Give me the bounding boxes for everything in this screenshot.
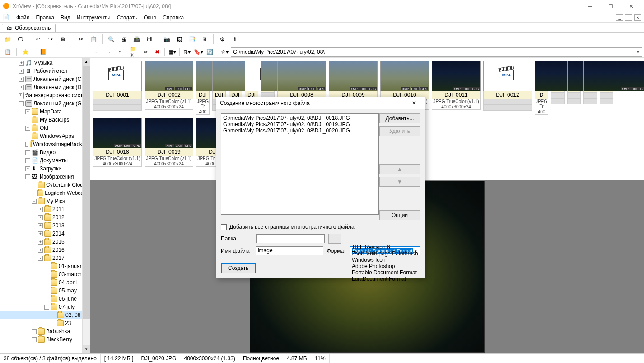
tree-item[interactable]: -🖼Изображения (0, 173, 90, 181)
compare-button[interactable]: 🗏 (199, 33, 210, 45)
search-button[interactable]: 🔍 (105, 33, 117, 45)
cut-button[interactable]: ✂ (75, 33, 87, 45)
batch-button[interactable]: 📑 (186, 33, 198, 45)
tree-item[interactable]: Logitech Webcam (0, 189, 90, 197)
tree-item[interactable]: +⬇Загрузки (0, 165, 90, 173)
menu-help[interactable]: Справка (163, 14, 184, 21)
menu-tools[interactable]: Инструменты (77, 14, 111, 21)
remove-button[interactable]: Удалить (379, 126, 420, 136)
copy-button[interactable]: 📋 (88, 33, 99, 45)
tree-item[interactable]: 23 (0, 319, 90, 327)
dialog-titlebar[interactable]: Создание многостраничного файла ✕ (216, 97, 425, 109)
menu-view[interactable]: Вид (61, 14, 70, 21)
delete-button[interactable]: ✖ (152, 47, 162, 57)
list-item[interactable]: G:\media\My Pics\2017\07-july\02, 08\DJI… (222, 127, 378, 134)
tree-item[interactable]: +2016 (0, 246, 90, 254)
thumbnail-item[interactable]: XMPEXIFGPS (583, 61, 597, 115)
back-button[interactable]: ← (92, 47, 102, 57)
menu-edit[interactable]: Правка (36, 14, 55, 21)
tree-copy-button[interactable]: 📋 (3, 47, 13, 57)
format-dropdown-list[interactable]: TIFF Revision 6Zsoft Multi-page Paintbru… (352, 244, 418, 282)
thumbnail-item[interactable]: XMPEXIFGPSDJI_0018JPEG TrueColor (v1.1)4… (93, 118, 142, 167)
menu-window[interactable]: Окно (144, 14, 156, 21)
tree-item[interactable]: +🎬Видео (0, 148, 90, 156)
dialog-close-button[interactable]: ✕ (407, 98, 421, 108)
add-all-pages-checkbox[interactable] (221, 224, 227, 230)
tree-item[interactable]: +🎵Музыка (0, 59, 90, 67)
tree-item[interactable]: +WindowsImageBackup (0, 140, 90, 148)
tree-item[interactable]: My Backups (0, 116, 90, 124)
tree-item[interactable]: +Old (0, 124, 90, 132)
format-option[interactable]: LuraDocument Format (352, 276, 418, 282)
fullscreen-button[interactable]: 🖵 (14, 33, 26, 45)
tab-browser[interactable]: 🗂 Обозреватель (2, 24, 56, 32)
tree-item[interactable]: +2013 (0, 222, 90, 230)
browse-button[interactable]: ... (328, 234, 341, 244)
thumbnail-item[interactable]: XMPEXIFGPS (551, 61, 565, 115)
tree-item[interactable]: +📄Документы (0, 156, 90, 165)
wallpaper-button[interactable]: 🖼 (173, 33, 185, 45)
settings-button[interactable]: ⚙ (216, 33, 228, 45)
view-mode-button[interactable]: ▦▾ (167, 47, 177, 57)
rename-button[interactable]: ✏ (141, 47, 151, 57)
tree-item[interactable]: 04-april (0, 278, 90, 287)
thumbnail-item[interactable]: MP4DJI_0012 (483, 61, 532, 115)
address-bar[interactable]: G:\media\My Pics\2017\07-july\02, 08\ ▼ (231, 47, 642, 57)
move-down-button[interactable]: ▼ (379, 177, 420, 187)
info-button[interactable]: ℹ (229, 33, 241, 45)
format-option[interactable]: TIFF Revision 6 (352, 244, 418, 250)
close-button[interactable]: ✕ (621, 1, 641, 12)
tree-item[interactable]: -2017 (0, 254, 90, 262)
convert-button[interactable]: 🗎 (57, 33, 69, 45)
filename-input[interactable]: image (256, 246, 323, 255)
open-button[interactable]: 📁 (2, 33, 14, 45)
file-listbox[interactable]: G:\media\My Pics\2017\07-july\02, 08\DJI… (221, 113, 379, 215)
create-button[interactable]: Создать (221, 263, 256, 273)
up-button[interactable]: ↑ (115, 47, 125, 57)
sort-button[interactable]: ⇅▾ (182, 47, 192, 57)
slides-button[interactable]: 🎞 (143, 33, 155, 45)
folder-tree[interactable]: +🎵Музыка+🖥Рабочий стол+Локальный диск (C… (0, 58, 90, 353)
thumbnail-item[interactable]: XMPEXIFGPS (600, 61, 613, 115)
refresh-button[interactable]: 🔄 (205, 47, 215, 57)
tree-item[interactable]: +2012 (0, 213, 90, 222)
scan-button[interactable]: 📠 (131, 33, 142, 45)
tree-item[interactable]: 05-may (0, 287, 90, 295)
tree-scrollbar[interactable]: ▲▼ (82, 58, 90, 353)
mdi-close[interactable]: × (634, 14, 641, 21)
filter-button[interactable]: 🔖▾ (193, 47, 203, 57)
rotate-cw-button[interactable]: ↷ (45, 33, 56, 45)
maximize-button[interactable]: ☐ (601, 1, 621, 12)
thumbnail-item[interactable]: MP4DJI_0001 (93, 61, 142, 115)
tree-item[interactable]: 02, 08 (0, 311, 90, 319)
tree-item[interactable]: WindowsApps (0, 132, 90, 140)
format-option[interactable]: Portable Document Format (352, 269, 418, 276)
menu-file[interactable]: Файл (16, 14, 30, 21)
tree-item[interactable]: 06-june (0, 295, 90, 303)
thumbnail-item[interactable]: XMPEXIFGPSDJI_0002JPEG TrueColor (v1.1)4… (145, 61, 193, 115)
menu-create[interactable]: Создать (117, 14, 138, 21)
tree-item[interactable]: +2014 (0, 230, 90, 238)
tree-item[interactable]: +2011 (0, 205, 90, 213)
rotate-ccw-button[interactable]: ↶ (32, 33, 44, 45)
favorite-button[interactable]: ⭐ (20, 47, 30, 57)
address-dropdown-icon[interactable]: ▼ (636, 50, 640, 54)
options-button[interactable]: Опции (379, 210, 420, 220)
tree-item[interactable]: +MapData (0, 108, 90, 116)
list-item[interactable]: G:\media\My Pics\2017\07-july\02, 08\DJI… (222, 121, 378, 127)
capture-button[interactable]: 📷 (161, 33, 173, 45)
thumbnail-item[interactable]: XMPEXIFGPSDJI_0019JPEG TrueColor (v1.1)4… (145, 118, 193, 167)
tree-item[interactable]: +Локальный диск (C:) (0, 75, 90, 83)
list-item[interactable]: G:\media\My Pics\2017\07-july\02, 08\DJI… (222, 115, 378, 121)
move-up-button[interactable]: ▲ (379, 164, 420, 174)
thumbnail-item[interactable]: XMPEXIFGPS (567, 61, 581, 115)
tree-item[interactable]: -07-july (0, 303, 90, 311)
print-button[interactable]: 🖨 (118, 33, 130, 45)
minimize-button[interactable]: ─ (580, 1, 600, 12)
tree-item[interactable]: +🖥Рабочий стол (0, 67, 90, 75)
book-button[interactable]: 📙 (38, 47, 48, 57)
tree-item[interactable]: +Локальный диск (D:) (0, 83, 90, 91)
tree-item[interactable]: +Babushka (0, 327, 90, 335)
tree-item[interactable]: -Локальный диск (G:) (0, 99, 90, 108)
forward-button[interactable]: → (103, 47, 113, 57)
